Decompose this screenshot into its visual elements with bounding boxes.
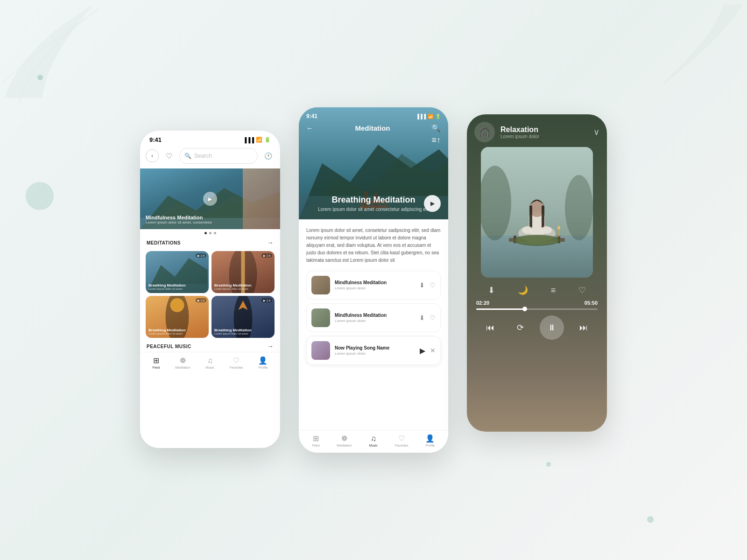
favorite-ctrl-icon[interactable]: ♡ [578, 285, 586, 295]
grid-card-2[interactable]: Breathing Meditation Lorem ipsum dolor s… [211, 251, 275, 293]
nav-bar: ← Meditation 🔍 [306, 124, 441, 133]
now-playing-play[interactable]: ▶ [420, 346, 425, 355]
carousel: Mindfulness Meditation Lorem ipsum dolor… [140, 168, 280, 229]
grid-card-3[interactable]: Breathing Meditation Lorem ipsum dolor s… [146, 296, 209, 338]
meditation-icon-2: ❁ [341, 434, 347, 443]
favorite-button[interactable]: ♡ [162, 149, 176, 162]
repeat-button[interactable]: ⟳ [510, 317, 530, 338]
search-bar[interactable]: 🔍 Search [179, 148, 258, 164]
progress-handle[interactable] [522, 307, 527, 311]
phone-meditation: 9:41 ▐▐▐ 📶 🔋 ← Meditation 🔍 ≡↑ Breathing… [299, 107, 448, 453]
favorite-button-1[interactable]: ♡ [430, 281, 436, 289]
previous-button[interactable]: ⏮ [480, 317, 500, 338]
grid-card-4[interactable]: Breathing Meditation Lorem ipsum dolor s… [211, 296, 275, 338]
favorites-icon-2: ♡ [398, 434, 405, 443]
nav-music-label: Music [206, 366, 214, 369]
download-button-2[interactable]: ⬇ [419, 314, 425, 322]
headphones-icon: 🎧 [474, 122, 495, 142]
nav-favorites-2[interactable]: ♡ Favorites [395, 434, 409, 447]
progress-time: 02:20 05:50 [476, 300, 598, 306]
feed-icon-2: ⊞ [313, 434, 319, 443]
nav-feed[interactable]: ⊞ Feed [152, 356, 160, 369]
play-button[interactable]: ▶ [203, 192, 217, 206]
track-thumbnail-1 [311, 276, 330, 294]
sleep-timer-icon[interactable]: 🌙 [518, 285, 528, 295]
nav-music-2[interactable]: ♫ Music [369, 434, 378, 447]
next-button[interactable]: ⏭ [573, 317, 594, 338]
dot-1[interactable] [204, 232, 207, 234]
now-playing-subtitle: Lorem ipsum dolor [335, 351, 415, 356]
current-time: 02:20 [476, 300, 489, 306]
grid-card-3-badge: ▶ 2.8 [196, 298, 206, 302]
nav-meditation[interactable]: ❁ Meditation [175, 356, 190, 369]
carousel-dots [140, 229, 280, 237]
chevron-down-icon[interactable]: ∨ [593, 127, 599, 137]
back-button[interactable]: ‹ [146, 149, 159, 162]
queue-icon[interactable]: ≡↑ [431, 135, 441, 145]
pause-button[interactable]: ⏸ [540, 315, 564, 340]
music-icon-2: ♫ [371, 434, 376, 443]
history-button[interactable]: 🕐 [261, 149, 275, 162]
signal-icon: ▐▐▐ [416, 114, 426, 119]
queue-ctrl-icon[interactable]: ≡ [551, 286, 556, 295]
grid-card-2-title: Breathing Meditation [214, 283, 252, 287]
phone-player: 🎧 Relaxation Lorem ipsum dolor ∨ [467, 114, 607, 432]
track-card-1: Mindfulness Meditation Lorem ipsum dolor… [306, 271, 441, 300]
nav-music[interactable]: ♫ Music [206, 357, 214, 369]
now-playing-close[interactable]: ✕ [430, 347, 436, 354]
total-time: 05:50 [585, 300, 598, 306]
download-ctrl-icon[interactable]: ⬇ [488, 285, 495, 295]
svg-point-35 [557, 226, 560, 230]
search-icon: 🔍 [184, 153, 191, 159]
nav-meditation-2[interactable]: ❁ Meditation [337, 434, 352, 447]
nav-profile[interactable]: 👤 Profile [258, 356, 268, 369]
progress-fill [476, 308, 525, 310]
carousel-subtitle: Lorem ipsum dolor sit amet, consectetur [146, 220, 212, 224]
battery-icon: 🔋 [435, 114, 441, 119]
header: ‹ ♡ 🔍 Search 🕐 [140, 146, 280, 168]
status-bar: 9:41 ▐▐▐ 📶 🔋 [140, 131, 280, 146]
dot-2[interactable] [209, 232, 211, 234]
svg-point-33 [516, 236, 558, 245]
player-controls-bar: ⬇ 🌙 ≡ ♡ [467, 285, 607, 300]
player-subtitle: Lorem ipsum dolor [500, 134, 588, 139]
peaceful-music-arrow[interactable]: → [267, 343, 274, 350]
meditation-icon: ❁ [180, 356, 186, 365]
main-controls: ⏮ ⟳ ⏸ ⏭ [467, 315, 607, 347]
progress-bar[interactable] [476, 308, 598, 310]
phones-container: 9:41 ▐▐▐ 📶 🔋 ‹ ♡ 🔍 Search 🕐 [140, 107, 607, 453]
dot-3[interactable] [214, 232, 216, 234]
hero-section: 9:41 ▐▐▐ 📶 🔋 ← Meditation 🔍 ≡↑ Breathing… [299, 107, 448, 219]
grid-card-4-badge: ▶ 2.8 [261, 298, 272, 302]
favorite-button-2[interactable]: ♡ [430, 314, 436, 322]
nav-feed-2[interactable]: ⊞ Feed [312, 434, 319, 447]
meditations-arrow[interactable]: → [267, 239, 274, 246]
grid-card-1[interactable]: Breathing Meditation Lorem ipsum dolor s… [146, 251, 209, 293]
grid-card-2-badge: ▶ 2.8 [261, 253, 272, 258]
bottom-nav: ⊞ Feed ❁ Meditation ♫ Music ♡ Favorites … [299, 430, 448, 453]
svg-point-8 [170, 298, 184, 312]
nav-feed-label-2: Feed [312, 444, 319, 447]
now-playing-bar: Now Playing Song Name Lorem ipsum dolor … [306, 336, 441, 365]
player-title-block: Relaxation Lorem ipsum dolor [500, 126, 588, 139]
download-button-1[interactable]: ⬇ [419, 281, 425, 289]
track-info-1: Mindfulness Meditation Lorem ipsum dolor [335, 280, 415, 290]
progress-section: 02:20 05:50 [467, 300, 607, 310]
body-section: Lorem ipsum dolor sit amet, consetetur s… [299, 219, 448, 374]
hero-title: Breathing Meditation [306, 195, 441, 205]
grid-card-1-sub: Lorem ipsum dolor sit amet [148, 287, 186, 290]
grid-card-4-sub: Lorem ipsum dolor sit amet [214, 332, 252, 335]
search-button[interactable]: 🔍 [431, 124, 441, 133]
hero-subtitle: Lorem ipsum dolor sit amet consectetur a… [306, 207, 441, 212]
wifi-icon: 📶 [428, 114, 433, 119]
back-button[interactable]: ← [306, 124, 314, 133]
nav-profile-2[interactable]: 👤 Profile [425, 434, 435, 447]
carousel-thumbnail [243, 168, 280, 229]
player-artwork [481, 147, 593, 278]
nav-feed-label: Feed [152, 366, 160, 369]
status-icons: ▐▐▐ 📶 🔋 [243, 137, 271, 143]
nav-meditation-label: Meditation [175, 366, 190, 369]
nav-favorites[interactable]: ♡ Favorites [230, 356, 243, 369]
now-playing-title: Now Playing Song Name [335, 345, 415, 350]
svg-rect-34 [558, 229, 560, 237]
